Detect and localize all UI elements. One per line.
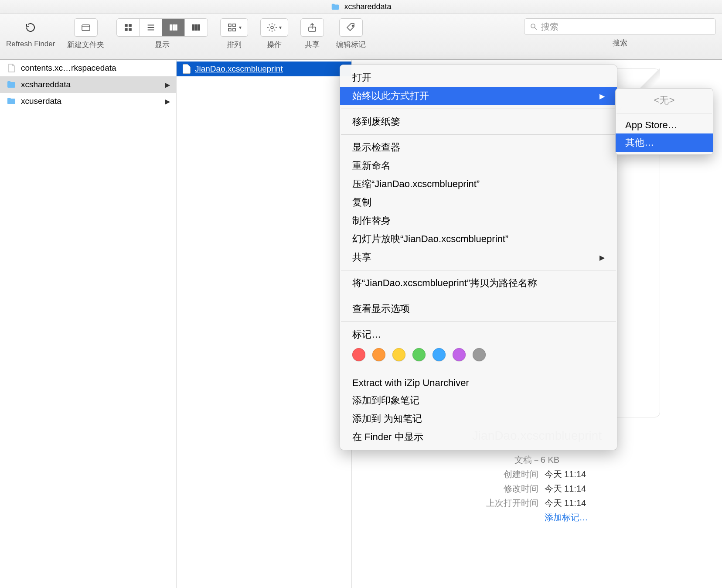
share-label: 共享 (305, 40, 320, 50)
ctx-extract-izip[interactable]: Extract with iZip Unarchiver (340, 375, 617, 391)
ctx-move-to-trash[interactable]: 移到废纸篓 (340, 113, 617, 131)
action-label: 操作 (267, 40, 282, 50)
chevron-right-icon: ▶ (599, 253, 605, 262)
svg-rect-16 (228, 28, 231, 31)
meta-value: 今天 11:14 (545, 468, 588, 480)
menu-separator (341, 296, 616, 296)
view-list-icon[interactable] (140, 19, 162, 36)
document-icon (6, 63, 17, 73)
menu-separator (341, 109, 616, 109)
ctx-share[interactable]: 共享 ▶ (340, 248, 617, 267)
svg-rect-1 (125, 24, 128, 27)
folder-icon (6, 79, 17, 90)
view-label: 显示 (155, 40, 170, 50)
ctx-view-options[interactable]: 查看显示选项 (340, 300, 617, 318)
svg-rect-8 (170, 25, 172, 31)
file-row-selected[interactable]: JianDao.xcscmblueprint (177, 62, 351, 76)
ctx-always-open-with[interactable]: 始终以此方式打开 ▶ (340, 87, 617, 105)
svg-rect-11 (193, 25, 194, 31)
view-gallery-icon[interactable] (185, 19, 208, 36)
sidebar-item-folder[interactable]: xcuserdata ▶ (0, 93, 176, 109)
refresh-button[interactable] (19, 18, 42, 37)
arrange-button[interactable]: ▾ (220, 18, 248, 37)
ctx-add-evernote[interactable]: 添加到印象笔记 (340, 391, 617, 410)
ctx-reveal-finder[interactable]: 在 Finder 中显示 (340, 428, 617, 446)
ctx-open[interactable]: 打开 (340, 68, 617, 87)
ctx-add-wiz[interactable]: 添加到 为知笔记 (340, 410, 617, 428)
tag-color-row (340, 344, 617, 367)
chevron-down-icon: ▾ (239, 24, 242, 31)
ctx-compress[interactable]: 压缩“JianDao.xcscmblueprint” (340, 175, 617, 193)
preview-metadata: 文稿－6 KB 创建时间 今天 11:14 修改时间 今天 11:14 上次打开… (486, 454, 588, 523)
meta-key: 修改时间 (486, 483, 538, 495)
ctx-copy-path[interactable]: 将“JianDao.xcscmblueprint”拷贝为路径名称 (340, 274, 617, 292)
menu-separator (341, 321, 616, 322)
edit-tags-button[interactable] (339, 18, 363, 37)
sidebar-item-folder-selected[interactable]: xcshareddata ▶ (0, 76, 176, 93)
window-titlebar: xcshareddata (0, 0, 722, 14)
new-folder-label: 新建文件夹 (67, 40, 104, 50)
new-folder-button[interactable] (74, 18, 98, 37)
view-icon-grid-icon[interactable] (117, 19, 140, 36)
tag-color-dot[interactable] (392, 348, 405, 361)
chevron-right-icon: ▶ (165, 81, 170, 89)
svg-rect-0 (82, 25, 90, 31)
window-title: xcshareddata (344, 2, 391, 11)
ctx-duplicate[interactable]: 复制 (340, 193, 617, 212)
add-tags-link[interactable]: 添加标记… (545, 512, 588, 523)
ctx-label: 始终以此方式打开 (352, 89, 429, 103)
document-icon (183, 64, 191, 74)
svg-rect-2 (129, 24, 132, 27)
sidebar-item-file[interactable]: contents.xc…rkspacedata (0, 60, 176, 76)
tag-color-dot[interactable] (453, 348, 466, 361)
ctx-rename[interactable]: 重新命名 (340, 157, 617, 175)
menu-separator (616, 113, 712, 113)
menu-separator (341, 371, 616, 371)
view-segmented[interactable] (116, 18, 208, 37)
svg-rect-15 (233, 24, 235, 27)
search-placeholder: 搜索 (541, 21, 559, 33)
sidebar-item-label: xcshareddata (21, 80, 71, 89)
ctx-label: 共享 (352, 251, 371, 264)
preview-kind: 文稿－6 KB (486, 454, 588, 466)
sidebar-item-label: contents.xc…rkspacedata (21, 63, 116, 73)
meta-key: 创建时间 (486, 468, 538, 480)
svg-rect-12 (195, 25, 198, 31)
chevron-right-icon: ▶ (599, 92, 605, 100)
sidebar-column: contents.xc…rkspacedata xcshareddata ▶ x… (0, 60, 177, 588)
ctx-show-inspector[interactable]: 显示检查器 (340, 138, 617, 157)
tag-color-dot[interactable] (473, 348, 486, 361)
folder-icon (330, 2, 340, 12)
svg-rect-10 (176, 25, 177, 31)
ctx-slideshow[interactable]: 幻灯片放映“JianDao.xcscmblueprint” (340, 230, 617, 248)
tag-color-dot[interactable] (433, 348, 446, 361)
tag-color-dot[interactable] (352, 348, 365, 361)
action-button[interactable]: ▾ (260, 18, 288, 37)
svg-rect-13 (198, 25, 200, 31)
svg-rect-17 (233, 28, 235, 31)
meta-value: 今天 11:14 (545, 483, 588, 495)
context-menu: 打开 始终以此方式打开 ▶ 移到废纸篓 显示检查器 重新命名 压缩“JianDa… (340, 65, 617, 450)
search-icon (530, 23, 538, 31)
file-column: JianDao.xcscmblueprint (177, 60, 352, 588)
ctx-make-alias[interactable]: 制作替身 (340, 212, 617, 230)
ctx-tags[interactable]: 标记… (340, 325, 617, 344)
tag-color-dot[interactable] (372, 348, 385, 361)
folder-icon (6, 96, 17, 106)
view-columns-icon[interactable] (162, 19, 185, 36)
tag-color-dot[interactable] (412, 348, 426, 361)
meta-value: 今天 11:14 (545, 497, 588, 509)
open-with-submenu: <无> App Store… 其他… (615, 88, 713, 155)
submenu-other[interactable]: 其他… (616, 133, 713, 152)
file-name: JianDao.xcscmblueprint (195, 64, 283, 74)
svg-point-21 (531, 24, 535, 28)
share-button[interactable] (300, 18, 324, 37)
chevron-down-icon: ▾ (279, 24, 282, 31)
svg-rect-3 (125, 28, 128, 31)
meta-key: 上次打开时间 (486, 497, 538, 509)
search-input[interactable]: 搜索 (524, 18, 716, 35)
tags-label: 编辑标记 (336, 40, 366, 50)
svg-rect-4 (129, 28, 132, 31)
svg-rect-9 (173, 25, 175, 31)
submenu-app-store[interactable]: App Store… (616, 117, 713, 133)
